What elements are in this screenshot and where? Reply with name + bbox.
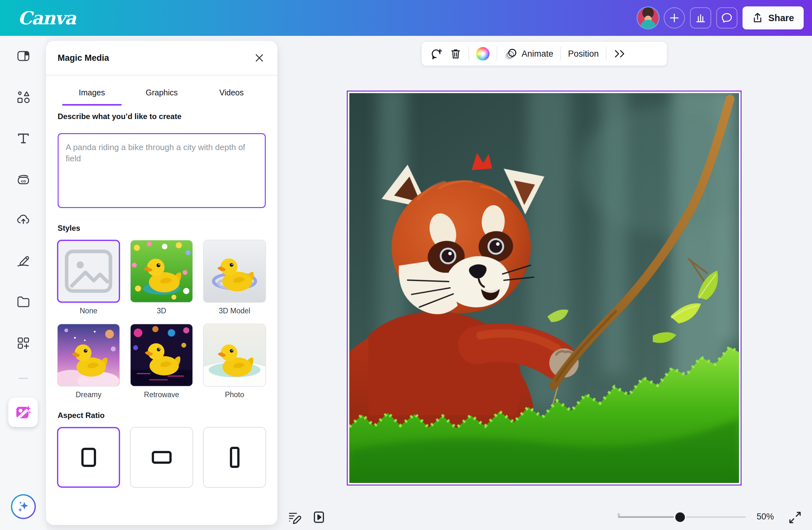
canva-editor: Canva Share: [0, 0, 812, 530]
text-icon: [16, 131, 30, 145]
square-ratio-icon: [81, 448, 96, 467]
rail-divider: [18, 378, 28, 379]
describe-label: Describe what you’d like to create: [58, 112, 182, 121]
comments-button[interactable]: [716, 8, 737, 29]
portrait-ratio-icon: [230, 447, 240, 468]
draw-icon: [16, 253, 31, 268]
tab-graphics[interactable]: Graphics: [127, 75, 197, 109]
delete-button[interactable]: [450, 48, 461, 60]
style-photo-thumb: [204, 324, 265, 386]
apps-icon: [16, 336, 31, 351]
sidebar-item-text[interactable]: [16, 131, 31, 146]
canvas-selected-image[interactable]: [347, 91, 742, 486]
panel-title: Magic Media: [58, 53, 109, 63]
zoom-percentage: 50%: [751, 512, 780, 522]
tab-images[interactable]: Images: [57, 75, 127, 109]
brand-icon: co: [16, 172, 31, 187]
add-member-button[interactable]: [664, 8, 685, 29]
sidebar-item-elements[interactable]: [16, 90, 31, 105]
position-label: Position: [568, 49, 599, 59]
style-option-none[interactable]: None: [57, 240, 120, 315]
sidebar-item-uploads[interactable]: [16, 212, 31, 227]
notes-icon: [287, 510, 302, 525]
red-panda-image: [349, 93, 739, 483]
style-retrowave-thumb: [131, 324, 192, 386]
sidebar-item-draw[interactable]: [16, 253, 31, 268]
fullscreen-button[interactable]: [788, 511, 802, 526]
canva-assistant-icon: [16, 499, 31, 514]
style-option-retrowave[interactable]: Retrowave: [130, 324, 193, 399]
close-icon: [254, 53, 264, 63]
fullscreen-icon: [788, 511, 802, 524]
active-tab-underline: [62, 104, 122, 106]
analytics-button[interactable]: [690, 8, 711, 29]
magic-media-panel: Magic Media Images Graphics Videos Descr…: [46, 41, 277, 525]
style-option-3d[interactable]: 3D: [130, 240, 193, 315]
style-option-3d-model[interactable]: 3D Model: [203, 240, 266, 315]
plus-icon: [669, 13, 680, 24]
context-toolbar: Animate Position: [422, 42, 667, 65]
design-icon: [16, 49, 30, 63]
zoom-slider-thumb[interactable]: [675, 512, 685, 522]
comment-add-button[interactable]: [430, 47, 443, 60]
tab-videos[interactable]: Videos: [197, 75, 266, 109]
animate-icon: [504, 47, 518, 60]
share-upload-icon: [752, 13, 763, 24]
sidebar-item-projects[interactable]: [16, 294, 31, 309]
share-button[interactable]: Share: [742, 6, 804, 29]
style-3d-model-thumb: [204, 240, 265, 302]
notes-button[interactable]: [287, 510, 302, 525]
panel-header: Magic Media: [46, 41, 277, 75]
close-panel-button[interactable]: [253, 51, 266, 64]
canva-assistant-button[interactable]: [11, 494, 36, 519]
sidebar-item-brand[interactable]: co: [16, 172, 31, 187]
style-option-dreamy[interactable]: Dreamy: [57, 324, 120, 399]
projects-icon: [16, 294, 31, 309]
sidebar-item-magic-media[interactable]: [8, 398, 38, 427]
side-rail: co: [0, 36, 46, 530]
delete-icon: [450, 48, 461, 60]
magic-media-icon: [13, 402, 33, 422]
svg-text:co: co: [21, 179, 26, 183]
styles-heading: Styles: [58, 224, 81, 233]
double-chevron-right-icon: [613, 48, 626, 59]
aspect-ratio-grid: [57, 427, 266, 488]
aspect-ratio-heading: Aspect Ratio: [58, 411, 105, 420]
analytics-icon: [695, 12, 706, 24]
aspect-option-landscape[interactable]: [130, 427, 193, 488]
share-label: Share: [768, 13, 794, 24]
sidebar-item-apps[interactable]: [16, 336, 31, 351]
animate-button[interactable]: Animate: [504, 47, 553, 60]
aspect-option-portrait[interactable]: [203, 427, 266, 488]
position-button[interactable]: Position: [568, 49, 599, 59]
comment-add-icon: [430, 47, 443, 60]
avatar[interactable]: [638, 8, 658, 29]
styles-grid: None 3D: [57, 240, 266, 399]
animate-label: Animate: [522, 49, 553, 59]
image-placeholder-icon: [58, 241, 119, 301]
style-option-photo[interactable]: Photo: [203, 324, 266, 399]
uploads-icon: [16, 212, 31, 227]
present-icon: [311, 510, 327, 525]
more-tools-button[interactable]: [613, 48, 626, 59]
comments-icon: [721, 12, 733, 24]
style-dreamy-thumb: [58, 324, 119, 386]
top-bar: Canva Share: [0, 0, 812, 36]
aspect-option-square[interactable]: [57, 427, 120, 488]
landscape-ratio-icon: [152, 451, 172, 464]
present-button[interactable]: [311, 510, 327, 525]
color-wheel[interactable]: [476, 47, 490, 60]
style-3d-thumb: [131, 240, 192, 302]
elements-icon: [16, 90, 31, 105]
canva-logo: Canva: [18, 8, 75, 29]
prompt-input[interactable]: [58, 133, 266, 208]
panel-tabs: Images Graphics Videos: [57, 75, 266, 109]
sidebar-item-design[interactable]: [16, 49, 31, 63]
zoom-track-start-dot: [617, 513, 620, 516]
